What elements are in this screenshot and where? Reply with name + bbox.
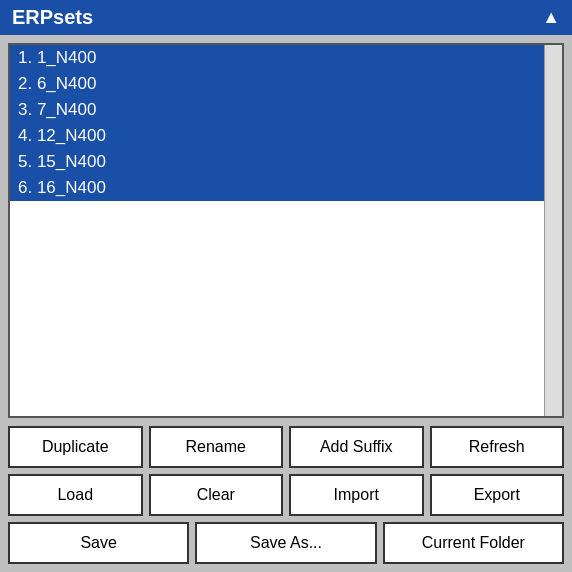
list-item-undefined[interactable]: 6. 16_N400 — [10, 175, 544, 201]
load-button[interactable]: Load — [8, 474, 143, 516]
list-item-undefined[interactable]: 1. 1_N400 — [10, 45, 544, 71]
button-row-2: LoadClearImportExport — [8, 474, 564, 516]
title-bar: ERPsets ▲ — [0, 0, 572, 35]
scrollbar[interactable] — [544, 45, 562, 416]
blue-items-section: 1. 1_N4002. 6_N4003. 7_N4004. 12_N4005. … — [10, 45, 544, 201]
current-folder-button[interactable]: Current Folder — [383, 522, 564, 564]
button-row-3: SaveSave As...Current Folder — [8, 522, 564, 564]
buttons-area: DuplicateRenameAdd SuffixRefresh LoadCle… — [0, 422, 572, 572]
list-item-undefined[interactable]: 2. 6_N400 — [10, 71, 544, 97]
button-row-1: DuplicateRenameAdd SuffixRefresh — [8, 426, 564, 468]
add-suffix-button[interactable]: Add Suffix — [289, 426, 424, 468]
list-items-area: 1. 1_N4002. 6_N4003. 7_N4004. 12_N4005. … — [10, 45, 544, 416]
list-item-undefined[interactable]: 4. 12_N400 — [10, 123, 544, 149]
save-button[interactable]: Save — [8, 522, 189, 564]
duplicate-button[interactable]: Duplicate — [8, 426, 143, 468]
clear-button[interactable]: Clear — [149, 474, 284, 516]
list-item-undefined[interactable]: 5. 15_N400 — [10, 149, 544, 175]
rename-button[interactable]: Rename — [149, 426, 284, 468]
export-button[interactable]: Export — [430, 474, 565, 516]
title-text: ERPsets — [12, 6, 93, 29]
title-bar-arrow: ▲ — [542, 7, 560, 28]
refresh-button[interactable]: Refresh — [430, 426, 565, 468]
list-item-undefined[interactable]: 3. 7_N400 — [10, 97, 544, 123]
import-button[interactable]: Import — [289, 474, 424, 516]
list-container: 1. 1_N4002. 6_N4003. 7_N4004. 12_N4005. … — [8, 43, 564, 418]
save-as-button[interactable]: Save As... — [195, 522, 376, 564]
app-container: ERPsets ▲ 1. 1_N4002. 6_N4003. 7_N4004. … — [0, 0, 572, 572]
